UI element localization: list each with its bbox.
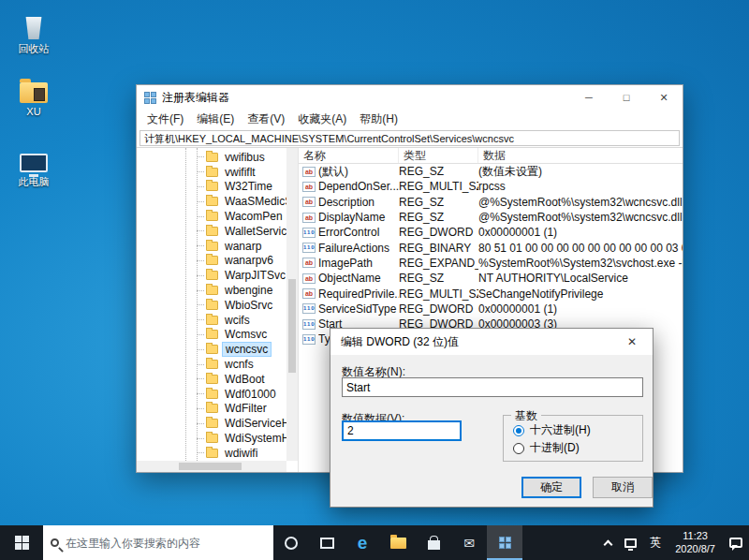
ok-button[interactable]: 确定: [521, 477, 581, 498]
column-header-type[interactable]: 类型: [399, 148, 478, 163]
menu-item[interactable]: 查看(V): [241, 111, 291, 127]
desktop-icon-recycle-bin[interactable]: 回收站: [3, 7, 65, 56]
tree-item[interactable]: vwififlt: [137, 165, 286, 180]
regedit-taskbar-button[interactable]: [487, 525, 522, 560]
folder-icon: [206, 404, 218, 413]
column-header-name[interactable]: 名称: [299, 148, 399, 163]
registry-value-row[interactable]: abRequiredPrivile...REG_MULTI_SZSeChange…: [299, 286, 683, 301]
value-data-input[interactable]: [342, 420, 462, 441]
mail-button[interactable]: ✉: [451, 525, 487, 560]
tree-item[interactable]: WdBoot: [137, 372, 286, 387]
tree-connector: [197, 260, 204, 261]
tree-item[interactable]: wcnfs: [137, 357, 286, 372]
list-header: 名称 类型 数据: [299, 148, 683, 164]
clock[interactable]: 11:23 2020/8/7: [668, 525, 723, 560]
registry-value-row[interactable]: abObjectNameREG_SZNT AUTHORITY\LocalServ…: [299, 271, 683, 286]
address-bar-input[interactable]: 计算机\HKEY_LOCAL_MACHINE\SYSTEM\CurrentCon…: [140, 130, 680, 146]
tree-vertical-scrollbar[interactable]: [286, 148, 298, 461]
menu-item[interactable]: 文件(F): [140, 111, 190, 127]
registry-value-row[interactable]: 110FailureActionsREG_BINARY80 51 01 00 0…: [299, 240, 683, 255]
tree-item[interactable]: WdiServiceH: [137, 416, 286, 431]
close-icon[interactable]: ✕: [645, 85, 683, 110]
tree-item[interactable]: wdiwifi: [137, 446, 286, 461]
tree-item-label: Wdf01000: [222, 388, 279, 401]
folder-icon: [206, 360, 218, 369]
base-groupbox: 基数 十六进制(H) 十进制(D): [503, 415, 643, 462]
tree-connector: [197, 186, 204, 187]
maximize-icon[interactable]: □: [608, 85, 645, 110]
user-folder-icon: [20, 82, 48, 103]
tree-connector: [197, 156, 204, 157]
regedit-app-icon: [144, 92, 156, 104]
registry-value-row[interactable]: 110ServiceSidTypeREG_DWORD0x00000001 (1): [299, 302, 683, 317]
tree-item[interactable]: WacomPen: [137, 209, 286, 224]
tray-expand-button[interactable]: [598, 525, 618, 560]
store-button[interactable]: [416, 525, 451, 560]
tree-item[interactable]: wanarp: [137, 239, 286, 254]
folder-icon: [206, 449, 218, 458]
tree-item[interactable]: wbengine: [137, 283, 286, 298]
folder-icon: [206, 390, 218, 399]
folder-icon: [206, 316, 218, 325]
minimize-icon[interactable]: ─: [570, 85, 608, 110]
menu-item[interactable]: 收藏夹(A): [291, 111, 353, 127]
decimal-radio[interactable]: [513, 443, 524, 454]
folder-icon: [206, 153, 218, 162]
tree-item[interactable]: WdiSystemH: [137, 431, 286, 446]
tree-item[interactable]: wcifs: [137, 313, 286, 328]
taskbar-search-box[interactable]: [43, 525, 273, 560]
input-language-button[interactable]: 英: [643, 525, 668, 560]
value-name-input[interactable]: [342, 377, 643, 397]
start-button[interactable]: [0, 525, 43, 560]
registry-value-row[interactable]: ab(默认)REG_SZ(数值未设置): [299, 164, 683, 179]
value-data: (数值未设置): [478, 164, 683, 179]
tree-horizontal-scrollbar[interactable]: [137, 461, 286, 472]
menu-item[interactable]: 帮助(H): [353, 111, 404, 127]
cancel-button[interactable]: 取消: [593, 477, 653, 498]
tree-item[interactable]: wanarpv6: [137, 254, 286, 269]
tree-item[interactable]: wcncsvc: [137, 342, 286, 357]
registry-value-row[interactable]: abImagePathREG_EXPAND_SZ%SystemRoot%\Sys…: [299, 256, 683, 271]
edge-button[interactable]: e: [345, 525, 380, 560]
menu-item[interactable]: 编辑(E): [190, 111, 241, 127]
notification-icon: [729, 538, 742, 548]
registry-value-row[interactable]: abDependOnSer...REG_MULTI_SZrpcss: [299, 179, 683, 194]
tree-item[interactable]: WdFilter: [137, 402, 286, 417]
network-tray-button[interactable]: [618, 525, 643, 560]
value-data: 80 51 01 00 00 00 00 00 00 00 00 00 03 0…: [478, 242, 683, 255]
desktop-icon-this-pc[interactable]: 此电脑: [3, 140, 65, 189]
value-name: ErrorControl: [318, 226, 399, 239]
tree-item[interactable]: Wdf01000: [137, 387, 286, 402]
hex-radio[interactable]: [513, 425, 524, 436]
folder-icon: [206, 242, 218, 251]
action-center-button[interactable]: [723, 525, 749, 560]
reg-string-icon: ab: [302, 182, 316, 192]
tree-item[interactable]: Wcmsvc: [137, 328, 286, 343]
reg-string-icon: ab: [302, 273, 316, 284]
value-name: ObjectName: [318, 272, 399, 285]
task-view-button[interactable]: [309, 525, 345, 560]
column-header-data[interactable]: 数据: [478, 148, 683, 163]
registry-value-row[interactable]: abDisplayNameREG_SZ@%SystemRoot%\system3…: [299, 210, 683, 225]
folder-icon: [206, 434, 218, 443]
tree-item[interactable]: WaaSMedicS: [137, 194, 286, 209]
dialog-close-icon[interactable]: ✕: [611, 329, 653, 355]
taskbar: e ✉ 英 11:23 2020/8/7: [0, 525, 749, 560]
file-explorer-button[interactable]: [380, 525, 416, 560]
tree-item[interactable]: WarpJITSvc: [137, 268, 286, 283]
value-name: DependOnSer...: [318, 180, 399, 193]
tree-item[interactable]: vwifibus: [137, 150, 286, 165]
registry-value-row[interactable]: 110ErrorControlREG_DWORD0x00000001 (1): [299, 225, 683, 240]
tree-item[interactable]: WalletService: [137, 224, 286, 239]
tree-connector: [197, 304, 204, 305]
registry-value-row[interactable]: abDescriptionREG_SZ@%SystemRoot%\system3…: [299, 195, 683, 210]
search-input[interactable]: [66, 537, 266, 550]
value-name: RequiredPrivile...: [318, 287, 399, 301]
dialog-title-bar[interactable]: 编辑 DWORD (32 位)值 ✕: [330, 329, 653, 355]
tree-item[interactable]: W32Time: [137, 180, 286, 195]
desktop-icon-user-folder[interactable]: XU: [3, 71, 65, 117]
title-bar[interactable]: 注册表编辑器 ─ □ ✕: [137, 85, 683, 110]
cortana-button[interactable]: [273, 525, 309, 560]
value-name: FailureActions: [318, 242, 399, 255]
tree-item[interactable]: WbioSrvc: [137, 298, 286, 313]
